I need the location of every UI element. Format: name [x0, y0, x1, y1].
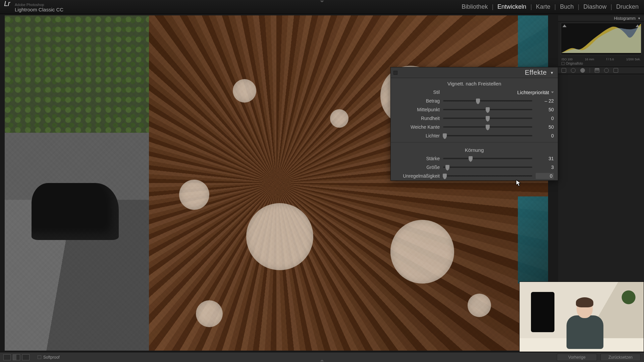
slider-thumb-icon[interactable]: [486, 125, 490, 129]
vignette-slider-4: Lichter 0: [391, 131, 558, 140]
slider-track[interactable]: [443, 158, 532, 159]
graduated-filter-icon[interactable]: [595, 68, 599, 73]
slider-track[interactable]: [443, 109, 532, 110]
slider-track[interactable]: [443, 167, 532, 168]
image-canvas[interactable]: [5, 15, 548, 351]
exposure-meta: ISO 100 16 mm f / 5.6 1/200 Sek.: [558, 56, 644, 62]
effects-panel-header[interactable]: Effekte ▼: [391, 67, 558, 78]
spot-removal-tool-icon[interactable]: [571, 68, 576, 73]
slider-label: Weiche Kante: [393, 124, 440, 130]
histogram-title: Histogramm: [614, 16, 636, 21]
histogram-header[interactable]: Histogramm ▼: [558, 15, 644, 21]
slider-value[interactable]: 0: [536, 116, 554, 121]
slider-value[interactable]: 0: [536, 173, 554, 179]
slider-thumb-icon[interactable]: [445, 165, 449, 170]
slider-label: Betrag: [393, 98, 440, 104]
slider-track[interactable]: [443, 100, 532, 102]
slider-value[interactable]: 3: [536, 165, 554, 170]
slider-thumb-icon[interactable]: [486, 107, 490, 112]
slider-thumb-icon[interactable]: [476, 99, 480, 103]
slider-track[interactable]: [443, 126, 532, 128]
histogram[interactable]: [561, 23, 641, 55]
app-name: Lightroom Classic CC: [15, 7, 63, 12]
grain-slider-1: Größe 3: [391, 163, 558, 172]
meta-shutter: 1/200 Sek.: [626, 58, 641, 61]
meta-aperture: f / 5.6: [606, 58, 614, 61]
grain-heading: Körnung: [391, 144, 558, 154]
checkbox-icon: [561, 62, 565, 65]
softproof-toggle[interactable]: Softproof: [38, 355, 60, 360]
adjustment-brush-icon[interactable]: [613, 68, 618, 73]
slider-label: Stärke: [393, 156, 440, 161]
dropdown-icon: [551, 92, 554, 93]
slider-label: Unregelmäßigkeit: [393, 173, 440, 179]
slider-thumb-icon[interactable]: [443, 174, 447, 178]
slider-track[interactable]: [443, 135, 532, 136]
radial-filter-icon[interactable]: [604, 68, 609, 73]
original-photo-toggle[interactable]: Originalfoto: [558, 62, 644, 67]
module-map[interactable]: Karte: [535, 2, 552, 12]
panel-switch-icon[interactable]: [393, 71, 397, 75]
slider-thumb-icon[interactable]: [469, 156, 473, 161]
module-book[interactable]: Buch: [559, 2, 575, 12]
vignette-slider-2: Rundheit 0: [391, 114, 558, 123]
meta-focal: 16 mm: [585, 58, 594, 61]
effects-panel-title: Effekte: [525, 69, 547, 76]
meta-iso: ISO 100: [561, 58, 573, 61]
before-after-button[interactable]: [13, 354, 20, 360]
app-logo-icon: Lr: [4, 1, 13, 8]
checkbox-icon: [38, 355, 41, 359]
redeye-tool-icon[interactable]: [580, 68, 585, 73]
module-develop[interactable]: Entwickeln: [496, 2, 528, 12]
vignette-slider-1: Mittelpunkt 50: [391, 105, 558, 114]
slider-value[interactable]: 50: [536, 124, 554, 130]
slider-label: Lichter: [393, 133, 440, 138]
webcam-overlay: [519, 282, 644, 352]
module-picker: Bibliothek| Entwickeln| Karte| Buch| Dia…: [460, 2, 640, 12]
chevron-down-icon: ▼: [550, 71, 554, 75]
slider-thumb-icon[interactable]: [486, 116, 490, 121]
local-tools-row: [558, 67, 644, 74]
module-print[interactable]: Drucken: [615, 2, 640, 12]
slider-label: Mittelpunkt: [393, 107, 440, 112]
second-view-button[interactable]: [22, 354, 30, 360]
slider-track[interactable]: [443, 175, 532, 177]
vignette-style-label: Stil: [393, 89, 440, 95]
crop-tool-icon[interactable]: [561, 68, 566, 73]
grain-slider-2: Unregelmäßigkeit 0: [391, 172, 558, 180]
vignette-slider-0: Betrag – 22: [391, 97, 558, 105]
vignette-heading: Vignett. nach Freistellen: [391, 78, 558, 88]
slider-value[interactable]: – 22: [536, 98, 554, 104]
module-library[interactable]: Bibliothek: [460, 2, 489, 12]
vignette-style-select[interactable]: Lichterpriorität: [443, 89, 554, 95]
top-panel-handle-icon[interactable]: [318, 1, 326, 3]
module-slideshow[interactable]: Diashow: [582, 2, 608, 12]
slider-value[interactable]: 31: [536, 156, 554, 161]
slider-label: Größe: [393, 165, 440, 170]
slider-value[interactable]: 50: [536, 107, 554, 112]
previous-button[interactable]: Vorherige: [557, 354, 597, 361]
vendor-label: Adobe Photoshop: [15, 3, 63, 7]
slider-track[interactable]: [443, 118, 532, 119]
reset-button[interactable]: Zurücksetzen: [600, 354, 641, 361]
slider-thumb-icon[interactable]: [443, 133, 447, 138]
grain-slider-0: Stärke 31: [391, 154, 558, 163]
loupe-view-button[interactable]: [3, 354, 11, 360]
bottom-panel-handle-icon[interactable]: [320, 360, 324, 361]
effects-panel: Effekte ▼ Vignett. nach Freistellen Stil…: [390, 67, 558, 181]
chevron-down-icon: ▼: [638, 17, 641, 20]
brand: Lr Adobe Photoshop Lightroom Classic CC: [4, 1, 63, 12]
vignette-style-row: Stil Lichterpriorität: [391, 88, 558, 97]
slider-value[interactable]: 0: [536, 133, 554, 138]
vignette-slider-3: Weiche Kante 50: [391, 123, 558, 131]
slider-label: Rundheit: [393, 116, 440, 121]
